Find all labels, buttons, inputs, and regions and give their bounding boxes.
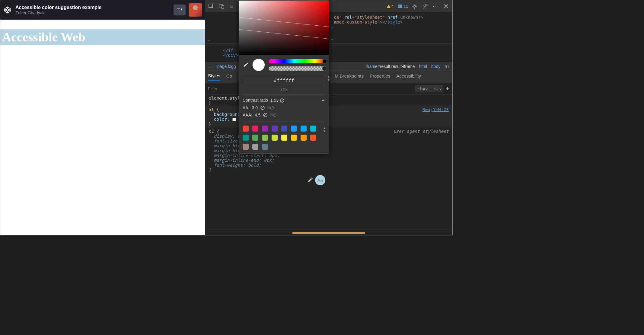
codepen-header: Accessible color suggestion example Zohe…	[0, 0, 205, 20]
aa-fix-button[interactable]	[267, 105, 274, 110]
palette-swatch[interactable]	[243, 144, 249, 150]
breadcrumb-page[interactable]: lpage.logg	[216, 64, 236, 69]
contrast-section: Contrast ratio 1.53 AA: 3.0 AAA: 4.5	[243, 94, 325, 117]
palette-swatch[interactable]	[262, 144, 268, 150]
contrast-bg-swatch[interactable]: Aa	[315, 175, 325, 185]
new-style-rule-button[interactable]: +	[446, 85, 449, 92]
palette-swatch[interactable]	[243, 135, 249, 141]
more-menu-icon[interactable]: ⋯	[431, 3, 440, 10]
user-avatar[interactable]	[189, 3, 202, 17]
preview-heading: Accessible Web	[0, 29, 205, 45]
messages-badge[interactable]: 15	[398, 4, 408, 9]
feedback-icon[interactable]	[421, 2, 429, 10]
palette-switcher-icon[interactable]: ▲▼	[323, 126, 326, 133]
palette-swatch[interactable]	[252, 144, 258, 150]
preview-pane: Accessible color suggestion example Zohe…	[0, 0, 205, 235]
breadcrumb-iframe[interactable]: iframe#result.result-iframe	[366, 64, 415, 69]
palette-swatch[interactable]	[291, 126, 297, 132]
svg-rect-13	[270, 113, 273, 116]
messages-count: 15	[403, 4, 408, 9]
pen-author[interactable]: Zoher Ghadyali	[15, 10, 101, 15]
settings-icon[interactable]	[411, 2, 419, 10]
tab-properties[interactable]: Properties	[370, 73, 390, 80]
svg-rect-8	[426, 4, 427, 6]
svg-rect-11	[267, 106, 270, 109]
alpha-handle[interactable]	[322, 66, 327, 71]
svg-point-7	[424, 5, 426, 7]
tab-dom-breakpoints[interactable]: M Breakpoints	[335, 73, 364, 80]
scrollbar-thumb[interactable]	[292, 232, 365, 234]
palette-swatch[interactable]	[262, 126, 268, 132]
contrast-line-aa	[239, 17, 333, 27]
pen-title: Accessible color suggestion example	[15, 5, 101, 10]
palette-swatch[interactable]	[310, 135, 316, 141]
palette-swatch[interactable]	[243, 126, 249, 132]
hue-handle[interactable]	[322, 59, 327, 64]
device-toggle-icon[interactable]	[218, 2, 225, 10]
ua-stylesheet-label: user agent stylesheet	[394, 129, 449, 134]
aaa-fix-button[interactable]	[270, 113, 277, 117]
tab-styles[interactable]: Styles	[208, 73, 220, 81]
horizontal-scrollbar[interactable]	[205, 231, 452, 235]
warnings-count: 4	[391, 4, 394, 9]
preview-content: Accessible Web	[0, 29, 205, 45]
palette-swatch[interactable]	[281, 135, 287, 141]
alpha-slider[interactable]	[269, 66, 325, 71]
inspect-icon[interactable]	[207, 2, 215, 10]
palette-swatch[interactable]	[310, 126, 316, 132]
aa-fail-icon	[260, 105, 265, 110]
palette-swatch[interactable]	[262, 135, 268, 141]
palette-swatches: ▲▼	[243, 122, 325, 150]
eyedropper-icon[interactable]	[243, 62, 249, 68]
hue-slider[interactable]	[269, 59, 325, 63]
contrast-eyedropper-icon[interactable]	[307, 177, 313, 183]
contrast-fail-icon	[280, 98, 285, 103]
svg-rect-4	[399, 6, 401, 6]
current-color-preview	[252, 59, 265, 71]
format-switcher-icon[interactable]: ▲▼	[327, 75, 330, 81]
view-toggle-button[interactable]	[174, 5, 186, 15]
aaa-row: AAA: 4.5	[243, 113, 325, 117]
contrast-line-aaa	[239, 29, 333, 40]
aaa-fail-icon	[263, 113, 268, 117]
palette-swatch[interactable]	[272, 126, 278, 132]
palette-swatch[interactable]	[301, 126, 307, 132]
svg-point-6	[414, 5, 416, 7]
tab-accessibility[interactable]: Accessibility	[396, 73, 421, 80]
palette-swatch[interactable]	[252, 135, 258, 141]
breadcrumb-overflow[interactable]: …	[208, 64, 212, 69]
palette-swatch[interactable]	[301, 135, 307, 141]
hov-toggle[interactable]: :hov .cls	[415, 85, 443, 92]
warnings-badge[interactable]: 4	[387, 4, 394, 9]
contrast-label: Contrast ratio	[243, 98, 268, 103]
tab-computed[interactable]: Co	[226, 73, 232, 80]
palette-swatch[interactable]	[272, 135, 278, 141]
palette-swatch[interactable]	[252, 126, 258, 132]
codepen-logo-icon	[3, 6, 12, 14]
aa-row: AA: 3.0	[243, 105, 325, 110]
elements-tab-edge[interactable]: E	[228, 2, 236, 10]
header-right	[174, 3, 202, 17]
header-left: Accessible color suggestion example Zohe…	[3, 5, 101, 15]
palette-swatch[interactable]	[291, 135, 297, 141]
breadcrumb-html[interactable]: html	[419, 64, 427, 69]
svg-rect-5	[399, 7, 400, 7]
contrast-collapse-icon[interactable]	[321, 98, 325, 103]
hex-label: HEX	[243, 88, 325, 91]
color-picker-popup: #ffffff ▲▼ HEX Contrast ratio 1.53 AA: 3…	[239, 0, 329, 154]
hex-input[interactable]: #ffffff	[243, 75, 325, 86]
breadcrumb-body[interactable]: body	[431, 64, 440, 69]
source-link[interactable]: RwajYmN:23	[422, 107, 449, 112]
breadcrumb-h1[interactable]: h1	[445, 64, 449, 69]
palette-swatch[interactable]	[281, 126, 287, 132]
color-swatch-white[interactable]	[232, 118, 236, 121]
saturation-area[interactable]	[239, 1, 329, 55]
svg-rect-2	[222, 5, 224, 9]
close-icon[interactable]	[442, 2, 450, 10]
contrast-value: 1.53	[270, 98, 279, 103]
